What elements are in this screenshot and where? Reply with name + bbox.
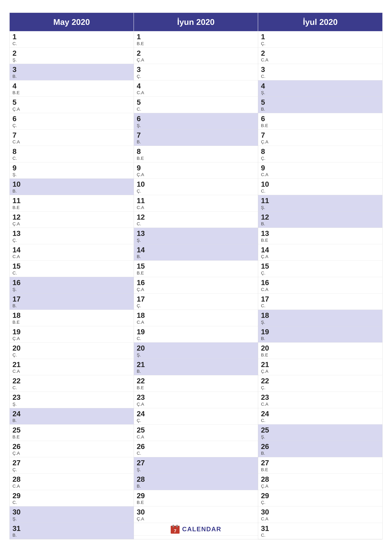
day-number: 27 [261, 459, 379, 467]
day-abbreviation: Ş. [261, 205, 379, 210]
day-cell: 10Ç. [134, 179, 258, 195]
day-abbreviation: B.E [261, 238, 379, 243]
day-number: 30 [13, 508, 131, 516]
day-cell: 21C.A [10, 359, 134, 375]
day-cell: 4B.E [10, 80, 134, 97]
day-abbreviation: Ç.A [137, 172, 255, 177]
day-abbreviation: Ç.A [261, 369, 379, 374]
day-number: 13 [13, 229, 131, 237]
day-number: 5 [137, 98, 255, 106]
day-abbreviation: Ç. [261, 41, 379, 46]
day-abbreviation: B.E [261, 352, 379, 358]
day-abbreviation: B. [261, 451, 379, 456]
days-grid: 1C.2Ş.3B.4B.E5Ç.A6Ç.7C.A8C.9Ş.10B.11B.E1… [10, 31, 382, 539]
day-abbreviation: Ş. [137, 352, 255, 358]
day-number: 12 [13, 213, 131, 221]
day-number: 29 [13, 492, 131, 500]
day-abbreviation: C.A [261, 287, 379, 292]
day-abbreviation: B. [137, 254, 255, 259]
day-abbreviation: C. [13, 385, 131, 390]
day-number: 17 [13, 295, 131, 303]
day-number: 17 [137, 295, 255, 303]
day-cell: 14B. [134, 244, 258, 261]
day-abbreviation: B. [13, 418, 131, 423]
day-number: 24 [137, 410, 255, 418]
day-cell: 16Ş. [10, 277, 134, 293]
day-number: 23 [137, 393, 255, 401]
day-cell: 24B. [10, 408, 134, 425]
day-number: 31 [13, 525, 131, 533]
day-cell: 14Ç.A [258, 244, 382, 261]
day-number: 21 [137, 361, 255, 369]
day-abbreviation: B. [137, 139, 255, 145]
day-cell: 18B.E [10, 310, 134, 326]
day-abbreviation: Ç. [261, 156, 379, 161]
day-abbreviation: C.A [137, 320, 255, 325]
day-cell: 1Ç. [258, 31, 382, 48]
day-cell: 9C.A [258, 162, 382, 179]
day-cell: 19B. [258, 326, 382, 343]
day-cell: 20Ş. [134, 343, 258, 359]
day-cell: 17C. [258, 293, 382, 310]
day-number: 1 [261, 33, 379, 41]
day-number: 20 [261, 344, 379, 352]
day-number: 30 [137, 508, 255, 516]
day-number: 21 [13, 361, 131, 369]
day-abbreviation: C.A [261, 58, 379, 63]
day-number: 4 [13, 82, 131, 90]
day-abbreviation: C. [261, 303, 379, 308]
day-cell: 19C. [134, 326, 258, 343]
day-number: 19 [261, 328, 379, 336]
day-number: 16 [13, 279, 131, 287]
day-cell: 6Ç. [10, 113, 134, 130]
day-abbreviation: Ç.A [261, 484, 379, 489]
day-abbreviation: Ç.A [13, 451, 131, 456]
day-number: 8 [13, 147, 131, 155]
day-number: 16 [261, 279, 379, 287]
day-cell: 10C. [258, 179, 382, 195]
day-abbreviation: C.A [137, 90, 255, 95]
day-cell: 5C. [134, 97, 258, 113]
day-abbreviation: Ç. [261, 270, 379, 276]
calendar-container: May 2020 İyun 2020 İyul 2020 1C.2Ş.3B.4B… [9, 13, 383, 539]
day-abbreviation: B. [13, 533, 131, 538]
day-cell: 1C. [10, 31, 134, 48]
day-number: 29 [261, 492, 379, 500]
day-abbreviation: Ç. [137, 189, 255, 194]
day-number: 2 [261, 49, 379, 57]
day-cell: 23C.A [258, 392, 382, 408]
day-number: 16 [137, 279, 255, 287]
day-abbreviation: C. [137, 107, 255, 112]
day-number: 8 [261, 147, 379, 155]
day-abbreviation: C. [13, 156, 131, 161]
day-cell: 13Ç. [10, 228, 134, 244]
day-abbreviation: C.A [13, 369, 131, 374]
day-cell: 15C. [10, 261, 134, 277]
day-abbreviation: Ç. [137, 303, 255, 308]
day-cell: 31B. [10, 523, 134, 539]
day-cell: 3C. [258, 64, 382, 80]
day-abbreviation: Ç. [137, 74, 255, 79]
day-cell: 10B. [10, 179, 134, 195]
day-number: 12 [137, 213, 255, 221]
day-number: 29 [137, 492, 255, 500]
day-number: 27 [137, 459, 255, 467]
day-cell: 22B.E [134, 375, 258, 392]
day-abbreviation: Ç. [13, 352, 131, 358]
day-abbreviation: C.A [137, 205, 255, 210]
day-abbreviation: B.E [13, 205, 131, 210]
day-number: 13 [261, 229, 379, 237]
day-cell: 8C. [10, 146, 134, 162]
day-number: 3 [261, 66, 379, 73]
day-abbreviation: C.A [261, 402, 379, 407]
day-number: 1 [13, 33, 131, 41]
day-abbreviation: Ş. [13, 287, 131, 292]
day-number: 26 [261, 443, 379, 451]
day-cell: 15Ç. [258, 261, 382, 277]
day-number: 12 [261, 213, 379, 221]
day-abbreviation: C. [261, 74, 379, 79]
day-abbreviation: Ş. [137, 238, 255, 243]
day-number: 27 [13, 459, 131, 467]
day-number: 30 [261, 508, 379, 516]
day-abbreviation: C.A [137, 434, 255, 439]
